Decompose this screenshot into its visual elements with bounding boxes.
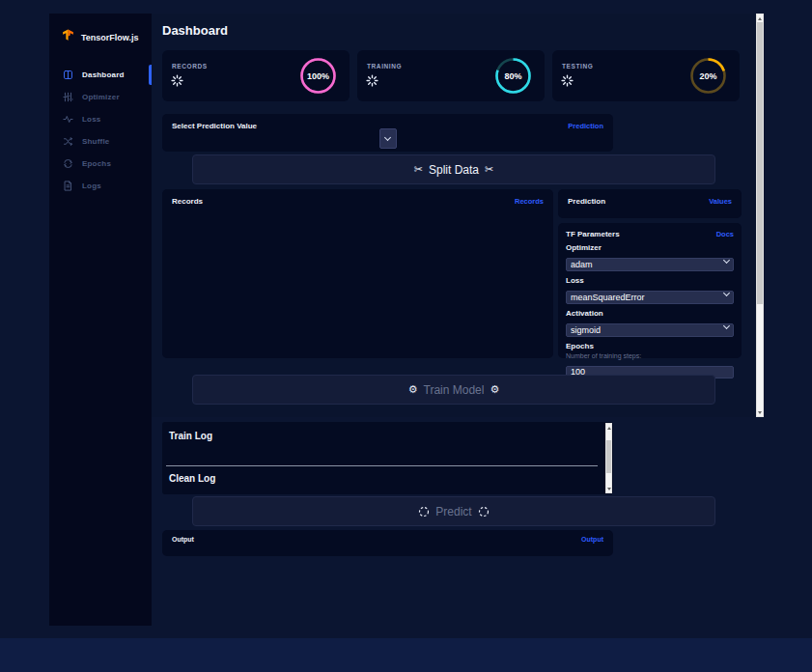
sidebar: TensorFlow.js Dashboard Optimizer Loss (49, 14, 152, 626)
split-data-button[interactable]: ✂ Split Data ✂ (192, 154, 715, 184)
log-scrollbar[interactable] (605, 423, 612, 493)
spinner-icon (171, 73, 183, 86)
sidebar-item-loss[interactable]: Loss (49, 108, 152, 130)
file-text-icon (62, 181, 73, 192)
output-link[interactable]: Output (581, 536, 603, 543)
repeat-icon (62, 158, 73, 170)
gear-icon: ⚙ (408, 384, 418, 395)
gear-icon: ⚙ (490, 384, 499, 395)
loss-select-wrap: meanSquaredError (566, 287, 734, 304)
clean-log-title: Clean Log (169, 473, 215, 484)
epochs-hint: Number of training steps: (566, 352, 734, 359)
scrollbar-thumb[interactable] (606, 440, 611, 473)
progress-ring-testing: 20% (688, 56, 728, 96)
split-data-label: Split Data (429, 163, 479, 177)
output-title: Output (172, 536, 194, 543)
predict-button[interactable]: Predict (192, 496, 715, 526)
scissors-icon: ✂ (414, 164, 423, 175)
docs-link[interactable]: Docs (716, 230, 734, 238)
sliders-icon (62, 92, 73, 103)
columns-icon (62, 70, 73, 81)
spinner-icon (561, 73, 574, 86)
main-scrollbar[interactable] (756, 14, 764, 417)
select-prediction-card: Select Prediction Value Prediction (162, 114, 613, 152)
sidebar-item-logs[interactable]: Logs (49, 175, 152, 197)
sidebar-item-optimizer[interactable]: Optimizer (49, 86, 152, 108)
sidebar-item-label: Optimizer (82, 93, 120, 101)
sidebar-item-epochs[interactable]: Epochs (49, 153, 152, 175)
prediction-value-select-wrap (379, 128, 397, 149)
optimizer-label: Optimizer (566, 243, 734, 252)
progress-ring-training: 80% (493, 56, 533, 96)
spinner-icon (366, 73, 378, 86)
scissors-icon: ✂ (485, 164, 493, 175)
percent-value: 80% (493, 56, 533, 96)
stat-label: TESTING (562, 63, 593, 70)
records-title: Records (172, 197, 203, 206)
prediction-value-select[interactable] (379, 128, 397, 149)
page-title: Dashboard (162, 23, 228, 38)
values-link[interactable]: Values (709, 197, 732, 206)
scrollbar-down-arrow[interactable] (757, 408, 763, 416)
shuffle-icon (62, 136, 73, 148)
predict-label: Predict (435, 505, 471, 518)
stat-card-training: TRAINING 80% (357, 50, 545, 101)
activation-select-wrap: sigmoid (566, 320, 734, 337)
select-prediction-title: Select Prediction Value (172, 122, 257, 130)
stat-card-testing: TESTING 20% (552, 50, 740, 101)
activity-icon (62, 114, 73, 126)
optimizer-select[interactable]: adam (566, 258, 734, 271)
sidebar-item-shuffle[interactable]: Shuffle (49, 130, 152, 153)
sidebar-item-label: Dashboard (82, 70, 125, 79)
stat-label: TRAINING (367, 63, 402, 70)
sidebar-item-dashboard[interactable]: Dashboard (49, 64, 152, 86)
brand-name: TensorFlow.js (81, 33, 139, 42)
scrollbar-thumb[interactable] (757, 22, 763, 304)
train-model-label: Train Model (424, 383, 485, 397)
footer-band (0, 638, 812, 672)
progress-ring-records: 100% (298, 56, 338, 96)
train-model-button[interactable]: ⚙ Train Model ⚙ (192, 375, 715, 405)
train-log-title: Train Log (169, 431, 212, 441)
activation-select[interactable]: sigmoid (566, 323, 734, 337)
tf-parameters-panel: TF Parameters Docs Optimizer adam Loss m… (558, 223, 742, 358)
loss-label: Loss (566, 276, 734, 285)
tf-parameters-title: TF Parameters (566, 230, 620, 238)
scrollbar-down-arrow[interactable] (606, 485, 611, 492)
records-panel: Records Records (162, 189, 553, 358)
sidebar-item-label: Loss (82, 115, 100, 124)
log-divider (166, 465, 598, 466)
epochs-label: Epochs (566, 342, 734, 350)
prediction-link[interactable]: Prediction (568, 122, 603, 130)
prediction-title: Prediction (568, 197, 605, 206)
records-link[interactable]: Records (515, 197, 544, 206)
activation-label: Activation (566, 309, 734, 318)
app-root: TensorFlow.js Dashboard Optimizer Loss (0, 0, 812, 672)
stat-label: RECORDS (172, 63, 208, 70)
percent-value: 20% (688, 56, 728, 96)
sidebar-item-label: Shuffle (82, 137, 110, 146)
tensorflow-logo-icon (62, 29, 74, 46)
brand: TensorFlow.js (49, 14, 152, 64)
scrollbar-up-arrow[interactable] (757, 14, 763, 22)
log-section: Train Log Clean Log (162, 422, 613, 494)
output-panel: Output Output (162, 530, 613, 556)
stat-card-records: RECORDS 100% (162, 50, 350, 101)
sidebar-item-label: Logs (82, 182, 101, 190)
prediction-panel: Prediction Values (558, 189, 742, 218)
sidebar-item-label: Epochs (82, 159, 111, 168)
optimizer-select-wrap: adam (566, 254, 734, 271)
dashed-circle-icon (478, 506, 490, 518)
percent-value: 100% (298, 56, 338, 96)
main-content: Dashboard RECORDS 100% TRAINING (152, 14, 756, 417)
scrollbar-up-arrow[interactable] (606, 424, 611, 432)
dashed-circle-icon (418, 506, 430, 518)
loss-select[interactable]: meanSquaredError (566, 291, 734, 304)
